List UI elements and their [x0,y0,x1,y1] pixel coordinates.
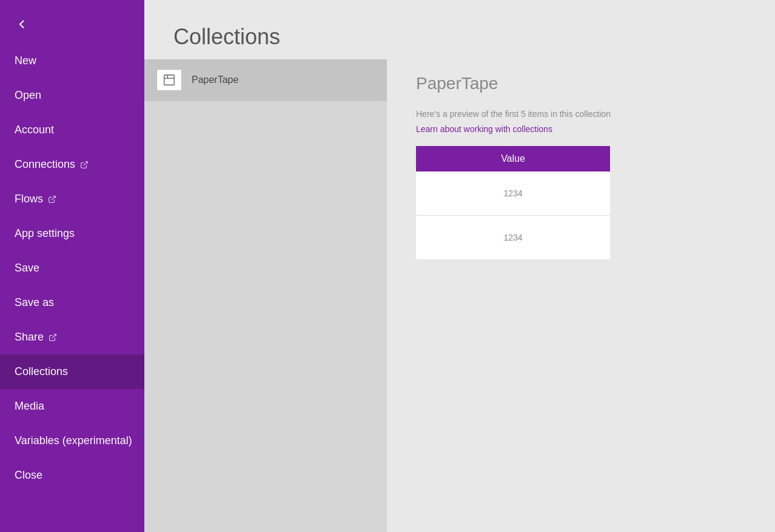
svg-line-2 [52,334,56,337]
sidebar-item-label-flows: Flows [15,193,43,205]
sidebar-item-label-save: Save [15,262,39,274]
sidebar-item-label-collections: Collections [15,365,68,378]
preview-title: PaperTape [416,74,746,93]
sidebar-item-label-close: Close [15,469,42,482]
table-cell-value-1: 1234 [416,216,610,260]
sidebar-item-open[interactable]: Open [0,78,144,113]
sidebar-item-new[interactable]: New [0,44,144,78]
sidebar-item-label-account: Account [15,124,54,136]
external-link-icon [48,195,56,204]
table-row: 1234 [416,216,610,260]
sidebar-item-label-new: New [15,55,36,67]
sidebar-item-label-open: Open [15,89,41,102]
sidebar-item-media[interactable]: Media [0,389,144,424]
sidebar-item-flows[interactable]: Flows [0,182,144,216]
sidebar-item-label-save-as: Save as [15,296,54,309]
svg-line-1 [52,196,55,199]
collection-item-papertape[interactable]: PaperTape [144,59,387,101]
collection-icon-papertape [156,69,182,91]
table-cell-value-0: 1234 [416,171,610,216]
content-area: PaperTape PaperTape Here's a preview of … [144,59,775,532]
svg-rect-3 [164,75,175,85]
sidebar-item-collections[interactable]: Collections [0,354,144,389]
collections-list: PaperTape [144,59,387,532]
back-button[interactable] [0,0,144,44]
sidebar-item-save[interactable]: Save [0,251,144,285]
sidebar-item-app-settings[interactable]: App settings [0,216,144,251]
table-header-value: Value [416,146,610,171]
sidebar-item-label-variables: Variables (experimental) [15,434,132,447]
sidebar-item-connections[interactable]: Connections [0,147,144,182]
sidebar-item-label-media: Media [15,400,44,413]
preview-learn-link[interactable]: Learn about working with collections [416,124,746,134]
preview-description: Here's a preview of the first 5 items in… [416,108,746,121]
sidebar-item-label-app-settings: App settings [15,227,75,240]
sidebar-item-close[interactable]: Close [0,458,144,493]
collection-name-papertape: PaperTape [192,75,238,85]
external-link-icon [80,161,89,169]
sidebar-item-save-as[interactable]: Save as [0,285,144,320]
preview-table: Value 12341234 [416,146,610,259]
svg-line-0 [84,161,87,165]
back-arrow-icon [15,17,29,32]
main-area: Collections PaperTape PaperTape Here's a… [144,0,775,532]
sidebar-item-share[interactable]: Share [0,320,144,354]
external-link-icon [49,333,57,342]
page-title: Collections [173,24,746,50]
preview-table-body: 12341234 [416,171,610,259]
sidebar-item-account[interactable]: Account [0,113,144,147]
sidebar-item-label-connections: Connections [15,158,75,171]
preview-panel: PaperTape Here's a preview of the first … [387,59,775,532]
sidebar-item-label-share: Share [15,331,44,344]
sidebar-item-variables[interactable]: Variables (experimental) [0,424,144,458]
sidebar: NewOpenAccountConnectionsFlowsApp settin… [0,0,144,532]
page-header: Collections [144,0,775,59]
table-row: 1234 [416,171,610,216]
